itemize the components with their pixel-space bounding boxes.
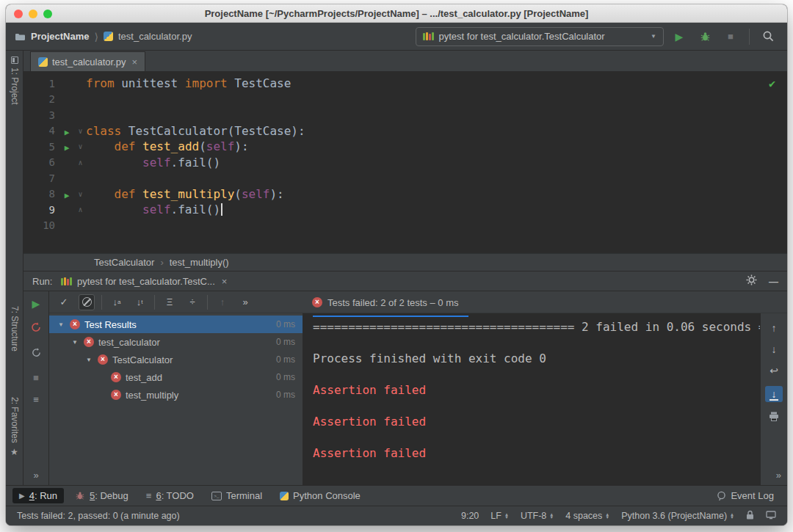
- sort-by-duration-button[interactable]: ↓t: [131, 294, 148, 310]
- breadcrumb-class[interactable]: TestCalculator: [94, 257, 154, 268]
- breadcrumb-method[interactable]: test_multiply(): [170, 257, 229, 268]
- close-tab-icon[interactable]: ×: [131, 57, 137, 68]
- breadcrumb-file[interactable]: test_calculator.py: [118, 31, 192, 42]
- caret-position-widget[interactable]: 9:20: [461, 511, 479, 521]
- code-editor[interactable]: 1from unittest import TestCase234▶∨class…: [23, 72, 787, 253]
- test-console[interactable]: ===================================== 2 …: [303, 313, 760, 485]
- pytest-icon: [423, 32, 434, 40]
- code-token: test_multiply: [142, 187, 234, 201]
- inspections-ok-icon[interactable]: ✔: [769, 77, 775, 90]
- settings-button[interactable]: [746, 274, 757, 288]
- code-line[interactable]: 6∧ self.fail(): [23, 155, 787, 171]
- status-widget[interactable]: Python 3.6 (ProjectName)▲▼: [621, 511, 734, 521]
- code-line[interactable]: 3: [23, 107, 787, 123]
- code-token: [86, 156, 142, 170]
- show-ignored-filter-button[interactable]: [79, 294, 95, 310]
- scroll-to-end-button[interactable]: ↓: [765, 386, 783, 402]
- code-line[interactable]: 9∧ self.fail(): [23, 202, 787, 218]
- zoom-window-button[interactable]: [43, 10, 52, 18]
- status-message[interactable]: Tests failed: 2, passed: 0 (a minute ago…: [17, 511, 180, 521]
- tool-window-button-structure[interactable]: 7: Structure: [6, 306, 23, 351]
- test-run-status: × Tests failed: 2 of 2 tests – 0 ms: [312, 291, 458, 313]
- test-tree-row[interactable]: ▼×TestCalculator0 ms: [49, 351, 303, 368]
- show-passed-filter-button[interactable]: ✓: [56, 294, 72, 310]
- run-test-gutter-icon[interactable]: ▶: [65, 191, 70, 200]
- more-toolbar-actions-icon[interactable]: »: [237, 294, 253, 310]
- expand-chevron-icon[interactable]: ▼: [70, 339, 79, 346]
- run-test-gutter-icon[interactable]: ▶: [65, 143, 70, 153]
- close-window-button[interactable]: [14, 10, 23, 18]
- code-line[interactable]: 4▶∨class TestCalculator(TestCase):: [23, 123, 787, 139]
- screen-reader-widget[interactable]: [766, 511, 776, 522]
- status-widget[interactable]: UTF-8▲▼: [521, 511, 554, 521]
- code-token: def: [115, 187, 136, 201]
- editor-tab[interactable]: test_calculator.py ×: [30, 51, 145, 71]
- breadcrumb-project[interactable]: ProjectName: [31, 31, 89, 42]
- rerun-failed-tests-button[interactable]: [30, 321, 42, 336]
- code-line[interactable]: 7: [23, 170, 787, 186]
- code-token: [86, 187, 115, 201]
- status-widget-text: UTF-8: [521, 511, 546, 521]
- previous-failed-test-button[interactable]: ↑: [214, 294, 231, 310]
- rerun-tests-button[interactable]: ▶: [32, 297, 40, 310]
- print-button[interactable]: [769, 412, 779, 423]
- run-button[interactable]: ▶: [669, 26, 689, 47]
- stop-process-button[interactable]: ■: [33, 372, 39, 383]
- code-line[interactable]: 2: [23, 92, 787, 108]
- code-line[interactable]: 1from unittest import TestCase: [23, 76, 787, 92]
- hide-tool-window-button[interactable]: —: [769, 276, 778, 287]
- tool-window-button-run[interactable]: ▶4: Run: [12, 488, 64, 503]
- expand-all-button[interactable]: Ξ: [162, 294, 178, 310]
- fold-marker-icon: ∨: [75, 142, 86, 150]
- collapse-all-button[interactable]: ÷: [184, 294, 200, 310]
- code-token: (: [199, 139, 206, 153]
- toggle-arrows-icon: ▲▼: [730, 513, 734, 520]
- expand-chevron-icon[interactable]: ▼: [57, 321, 65, 328]
- printer-icon: [769, 412, 779, 421]
- console-line: ===================================== 2 …: [313, 320, 760, 336]
- search-everywhere-button[interactable]: [758, 26, 778, 47]
- sort-alphabetically-button[interactable]: ↓a: [109, 294, 125, 310]
- code-token: self: [206, 139, 235, 153]
- more-console-actions-icon[interactable]: »: [776, 470, 781, 481]
- debug-button[interactable]: [695, 26, 715, 47]
- test-name: test_add: [126, 372, 162, 383]
- tool-window-button-python[interactable]: Python Console: [273, 488, 367, 503]
- test-tree-row[interactable]: ×test_multiply0 ms: [49, 386, 303, 404]
- debug-bug-icon: [75, 491, 85, 500]
- run-tab[interactable]: pytest for test_calculator.TestC... ×: [61, 276, 227, 287]
- tool-window-bar-items: ▶4: Run5: Debug≡6: TODO>_TerminalPython …: [12, 488, 367, 503]
- event-log-button[interactable]: Event Log: [710, 488, 781, 503]
- test-tree-row[interactable]: ×test_add0 ms: [49, 368, 303, 386]
- test-tree[interactable]: ▼×Test Results0 ms▼×test_calculator0 ms▼…: [49, 313, 303, 485]
- console-line: [313, 399, 760, 415]
- lock-widget[interactable]: [746, 510, 754, 522]
- tool-window-button-debug[interactable]: 5: Debug: [68, 488, 135, 503]
- scroll-down-button[interactable]: ↓: [772, 343, 777, 355]
- tool-window-button-project[interactable]: 1: Project: [6, 57, 23, 105]
- status-widget[interactable]: 4 spaces▲▼: [565, 511, 609, 521]
- run-configuration-select[interactable]: pytest for test_calculator.TestCalculato…: [416, 27, 664, 46]
- more-actions-icon[interactable]: »: [33, 470, 38, 481]
- code-line[interactable]: 10: [23, 218, 787, 234]
- toggle-auto-test-button[interactable]: [31, 347, 42, 361]
- tool-window-button-favorites[interactable]: 2: Favorites ★: [6, 397, 23, 457]
- code-line[interactable]: 5▶∨ def test_add(self):: [23, 139, 787, 155]
- soft-wrap-button[interactable]: ↩: [770, 365, 778, 376]
- test-tree-row[interactable]: ▼×Test Results0 ms: [49, 316, 303, 333]
- stop-button[interactable]: ■: [720, 26, 741, 47]
- scroll-up-button[interactable]: ↑: [772, 322, 777, 334]
- code-token: [86, 139, 115, 153]
- test-tree-row[interactable]: ▼×test_calculator0 ms: [49, 333, 303, 351]
- code-line[interactable]: 8▶∨ def test_multiply(self):: [23, 186, 787, 203]
- run-test-gutter-icon[interactable]: ▶: [65, 128, 70, 137]
- close-run-tab-icon[interactable]: ×: [222, 276, 228, 287]
- tool-window-button-todo[interactable]: ≡6: TODO: [140, 488, 200, 503]
- tool-window-button-terminal[interactable]: >_Terminal: [205, 488, 269, 503]
- test-runner-layout-button[interactable]: ≡: [33, 394, 39, 405]
- python-file-icon: [104, 32, 113, 41]
- expand-chevron-icon[interactable]: ▼: [84, 357, 93, 363]
- terminal-icon: >_: [211, 492, 222, 500]
- status-widget[interactable]: LF▲▼: [490, 511, 509, 521]
- minimize-window-button[interactable]: [29, 10, 37, 18]
